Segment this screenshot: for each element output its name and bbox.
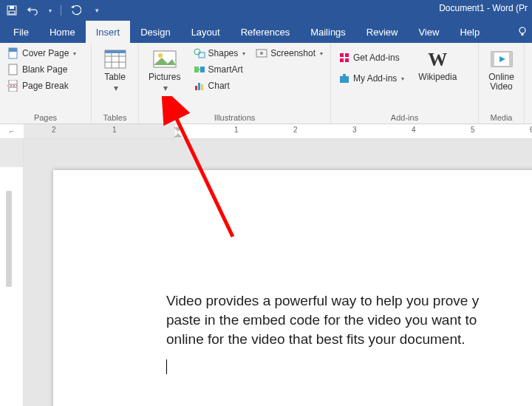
tell-me-icon[interactable] [514, 21, 531, 43]
horizontal-ruler[interactable]: ⌐ 2 1 1 2 3 4 5 6 [0, 124, 532, 139]
chevron-down-icon: ▾ [242, 50, 245, 57]
group-pages: Cover Page▾ Blank Page Page Break Pages [0, 43, 92, 124]
document-body-text[interactable]: Video provides a powerful way to help yo… [166, 291, 532, 374]
tab-view[interactable]: View [408, 21, 449, 43]
svg-point-27 [260, 52, 263, 55]
wikipedia-button[interactable]: W Wikipedia [412, 46, 463, 84]
svg-rect-24 [198, 83, 200, 90]
selection-bar [6, 191, 12, 287]
shapes-button[interactable]: Shapes▾ [191, 46, 249, 61]
vertical-ruler[interactable]: 2 1 [0, 139, 24, 406]
tab-help[interactable]: Help [449, 21, 490, 43]
tab-references[interactable]: References [231, 21, 300, 43]
my-addins-label: My Add-ins [353, 73, 397, 84]
pictures-icon [153, 47, 177, 71]
tab-design[interactable]: Design [130, 21, 180, 43]
svg-rect-21 [194, 67, 199, 72]
shapes-label: Shapes [208, 48, 239, 58]
online-video-button[interactable]: Online Video [483, 46, 519, 93]
svg-rect-30 [340, 58, 344, 62]
pictures-button[interactable]: Pictures ▾ [143, 46, 186, 95]
chevron-down-icon: ▾ [114, 84, 118, 93]
ruler-corner: ⌐ [0, 124, 24, 138]
screenshot-button[interactable]: Screenshot▾ [253, 46, 326, 61]
chevron-down-icon: ▾ [73, 50, 76, 57]
screenshot-label: Screenshot [270, 48, 316, 58]
tab-home[interactable]: Home [39, 21, 86, 43]
store-icon [338, 52, 350, 64]
ribbon-tabs: File Home Insert Design Layout Reference… [0, 21, 532, 43]
chevron-down-icon: ▾ [320, 50, 323, 57]
chevron-down-icon: ▾ [401, 75, 404, 82]
save-icon[interactable] [6, 4, 18, 16]
body-line: Video provides a powerful way to help yo… [166, 291, 532, 311]
body-line: paste in the embed code for the video yo… [166, 311, 532, 330]
qat-separator [61, 5, 61, 16]
table-button[interactable]: Table ▾ [96, 46, 134, 95]
blank-page-label: Blank Page [22, 64, 67, 75]
group-illustrations-label: Illustrations [143, 113, 326, 124]
wikipedia-label: Wikipedia [418, 72, 457, 82]
addins-icon [338, 72, 350, 84]
chart-icon [194, 80, 205, 92]
svg-rect-33 [343, 74, 346, 77]
my-addins-button[interactable]: My Add-ins▾ [335, 71, 407, 86]
indent-marker-icon[interactable] [174, 127, 183, 138]
cover-page-button[interactable]: Cover Page▾ [4, 46, 79, 61]
chevron-down-icon: ▾ [163, 84, 168, 93]
text-cursor [166, 359, 167, 374]
svg-rect-9 [9, 87, 17, 92]
svg-rect-4 [522, 33, 524, 35]
window-title: Document1 - Word (Pr [439, 3, 528, 13]
chart-button[interactable]: Chart [191, 78, 249, 93]
redo-icon[interactable] [70, 4, 82, 16]
qat-customize-icon[interactable]: ▾ [91, 4, 103, 16]
group-addins-label: Add-ins [335, 113, 474, 124]
smartart-button[interactable]: SmartArt [191, 62, 249, 77]
svg-point-3 [519, 27, 525, 33]
svg-rect-29 [345, 53, 349, 57]
cover-page-label: Cover Page [22, 48, 69, 58]
svg-rect-7 [9, 64, 17, 75]
quick-access-toolbar: ▾ ▾ [0, 4, 103, 16]
page-break-label: Page Break [22, 81, 69, 91]
get-addins-label: Get Add-ins [353, 53, 400, 63]
blank-page-button[interactable]: Blank Page [4, 62, 79, 77]
page-break-button[interactable]: Page Break [4, 78, 79, 93]
tab-mailings[interactable]: Mailings [300, 21, 356, 43]
svg-rect-25 [201, 84, 203, 90]
table-icon [103, 47, 127, 71]
body-line: online for the video that best fits your… [166, 330, 532, 349]
undo-icon[interactable] [27, 4, 38, 16]
group-illustrations: Pictures ▾ Shapes▾ SmartArt Chart [139, 43, 331, 124]
svg-rect-22 [200, 67, 205, 72]
pictures-label: Pictures [149, 72, 180, 82]
video-icon [490, 47, 514, 71]
chart-label: Chart [208, 81, 230, 91]
ribbon: Cover Page▾ Blank Page Page Break Pages … [0, 43, 532, 124]
svg-rect-35 [491, 52, 494, 67]
svg-point-19 [194, 49, 200, 55]
tab-insert[interactable]: Insert [86, 21, 131, 43]
svg-rect-2 [9, 11, 15, 14]
shapes-icon [194, 47, 205, 59]
tab-layout[interactable]: Layout [181, 21, 231, 43]
svg-rect-23 [195, 86, 197, 90]
smartart-label: SmartArt [208, 64, 243, 75]
table-label: Table [104, 72, 126, 82]
wikipedia-icon: W [426, 47, 449, 71]
video-label: Online Video [488, 72, 514, 92]
svg-rect-6 [9, 48, 17, 52]
smartart-icon [194, 64, 205, 75]
blank-page-icon [7, 64, 19, 75]
svg-rect-8 [9, 80, 17, 84]
tab-file[interactable]: File [3, 21, 39, 43]
group-pages-label: Pages [4, 113, 86, 124]
group-tables-label: Tables [96, 113, 134, 124]
svg-rect-36 [509, 52, 512, 67]
svg-rect-28 [340, 53, 344, 57]
svg-rect-31 [345, 58, 349, 62]
tab-review[interactable]: Review [356, 21, 409, 43]
group-tables: Table ▾ Tables [92, 43, 139, 124]
get-addins-button[interactable]: Get Add-ins [335, 50, 407, 65]
